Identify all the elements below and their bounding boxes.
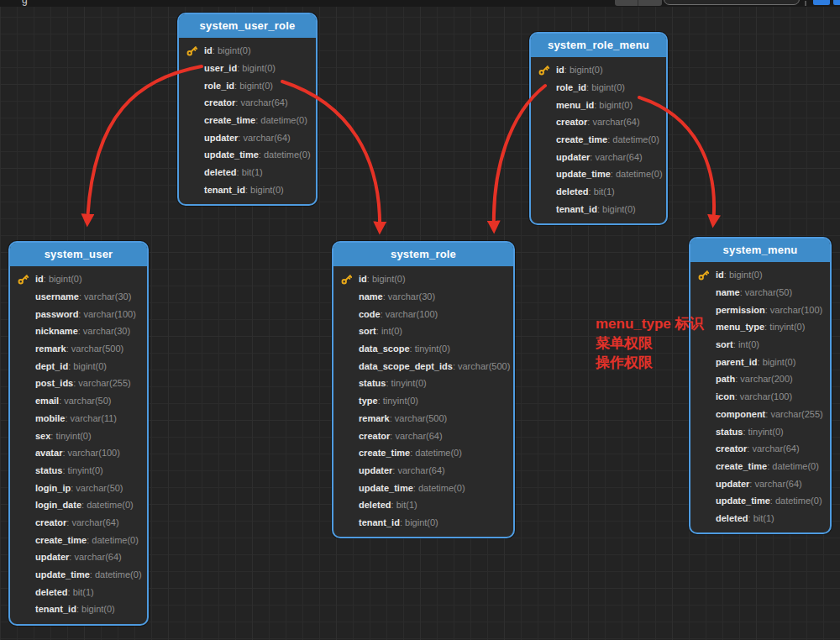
field-row-avatar[interactable]: avatar: varchar(100)	[10, 444, 147, 462]
table-system_role[interactable]: system_roleid: bigint(0)name: varchar(30…	[332, 241, 515, 538]
field-row-updater[interactable]: updater: varchar(64)	[531, 148, 666, 165]
field-name: mobile	[35, 413, 65, 423]
field-row-deleted[interactable]: deleted: bit(1)	[531, 183, 666, 201]
field-row-deleted[interactable]: deleted: bit(1)	[333, 496, 513, 514]
field-row-deleted[interactable]: deleted: bit(1)	[10, 583, 147, 601]
view-toggle-button[interactable]	[615, 0, 662, 6]
field-row-tenant_id[interactable]: tenant_id: bigint(0)	[179, 181, 316, 199]
field-row-create_time[interactable]: create_time: datetime(0)	[333, 444, 513, 462]
field-row-remark[interactable]: remark: varchar(500)	[333, 410, 513, 428]
field-name: tenant_id	[35, 604, 76, 614]
field-row-create_time[interactable]: create_time: datetime(0)	[10, 531, 147, 548]
table-system_menu[interactable]: system_menuid: bigint(0)name: varchar(50…	[689, 237, 832, 534]
field-row-deleted[interactable]: deleted: bit(1)	[690, 510, 830, 527]
search-input[interactable]	[664, 0, 800, 5]
field-row-id[interactable]: id: bigint(0)	[179, 42, 316, 60]
field-row-name[interactable]: name: varchar(50)	[690, 284, 830, 302]
table-header-system_role_menu[interactable]: system_role_menu	[531, 34, 666, 57]
annotation-menu-type[interactable]: menu_type 标识 菜单权限 操作权限	[596, 314, 703, 372]
diagram-canvas[interactable]: system_user_roleid: bigint(0)user_id: bi…	[0, 0, 840, 640]
secondary-action-button[interactable]	[833, 0, 840, 5]
field-row-password[interactable]: password: varchar(100)	[10, 305, 147, 323]
field-row-dept_id[interactable]: dept_id: bigint(0)	[10, 357, 147, 375]
field-row-login_ip[interactable]: login_ip: varchar(50)	[10, 479, 147, 496]
field-row-role_id[interactable]: role_id: bigint(0)	[531, 79, 666, 97]
field-type: : varchar(500)	[66, 344, 123, 354]
field-row-creator[interactable]: creator: varchar(64)	[333, 427, 513, 444]
field-row-nickname[interactable]: nickname: varchar(30)	[10, 323, 147, 340]
field-row-data_scope[interactable]: data_scope: tinyint(0)	[333, 340, 513, 358]
field-row-id[interactable]: id: bigint(0)	[690, 266, 830, 284]
field-type: : datetime(0)	[413, 483, 465, 493]
annotation-line: menu_type 标识	[596, 314, 703, 333]
field-row-status[interactable]: status: tinyint(0)	[690, 422, 830, 440]
field-name: create_time	[359, 448, 410, 458]
field-row-create_time[interactable]: create_time: datetime(0)	[531, 131, 666, 149]
field-type: : varchar(64)	[392, 465, 444, 475]
table-header-system_user[interactable]: system_user	[10, 243, 147, 266]
field-type: : datetime(0)	[770, 496, 822, 506]
field-row-tenant_id[interactable]: tenant_id: bigint(0)	[333, 514, 513, 532]
field-row-data_scope_dept_ids[interactable]: data_scope_dept_ids: varchar(500)	[333, 357, 513, 375]
field-row-status[interactable]: status: tinyint(0)	[333, 375, 513, 392]
field-row-update_time[interactable]: update_time: datetime(0)	[10, 566, 147, 584]
field-row-update_time[interactable]: update_time: datetime(0)	[179, 146, 316, 164]
field-row-deleted[interactable]: deleted: bit(1)	[179, 164, 316, 181]
field-row-id[interactable]: id: bigint(0)	[333, 270, 513, 288]
field-row-code[interactable]: code: varchar(100)	[333, 305, 513, 323]
field-row-sex[interactable]: sex: tinyint(0)	[10, 427, 147, 444]
field-type: : tinyint(0)	[410, 344, 450, 354]
field-row-icon[interactable]: icon: varchar(100)	[690, 388, 830, 406]
table-body: id: bigint(0)role_id: bigint(0)menu_id: …	[531, 57, 666, 223]
table-system_user_role[interactable]: system_user_roleid: bigint(0)user_id: bi…	[177, 13, 318, 206]
field-row-parent_id[interactable]: parent_id: bigint(0)	[690, 353, 830, 370]
field-row-post_ids[interactable]: post_ids: varchar(255)	[10, 375, 147, 392]
field-row-menu_type[interactable]: menu_type: tinyint(0)	[690, 318, 830, 336]
field-row-tenant_id[interactable]: tenant_id: bigint(0)	[10, 601, 147, 618]
field-type: : varchar(64)	[66, 517, 118, 527]
field-row-mobile[interactable]: mobile: varchar(11)	[10, 410, 147, 428]
field-row-type[interactable]: type: tinyint(0)	[333, 392, 513, 410]
field-type: : bigint(0)	[594, 100, 633, 110]
table-header-system_menu[interactable]: system_menu	[690, 239, 830, 262]
field-row-status[interactable]: status: tinyint(0)	[10, 462, 147, 480]
field-row-tenant_id[interactable]: tenant_id: bigint(0)	[531, 201, 666, 218]
field-row-name[interactable]: name: varchar(30)	[333, 288, 513, 306]
primary-action-button[interactable]	[813, 0, 830, 5]
field-row-username[interactable]: username: varchar(30)	[10, 288, 147, 306]
table-header-system_user_role[interactable]: system_user_role	[179, 14, 316, 38]
field-row-id[interactable]: id: bigint(0)	[531, 61, 666, 79]
field-row-update_time[interactable]: update_time: datetime(0)	[333, 479, 513, 496]
field-row-update_time[interactable]: update_time: datetime(0)	[531, 165, 666, 183]
field-row-remark[interactable]: remark: varchar(500)	[10, 340, 147, 358]
field-name: updater	[556, 152, 590, 162]
table-system_role_menu[interactable]: system_role_menuid: bigint(0)role_id: bi…	[529, 32, 668, 225]
primary-key-icon	[186, 45, 197, 56]
field-row-create_time[interactable]: create_time: datetime(0)	[179, 112, 316, 129]
field-row-id[interactable]: id: bigint(0)	[10, 270, 147, 288]
field-name: creator	[204, 97, 235, 108]
field-row-creator[interactable]: creator: varchar(64)	[179, 94, 316, 112]
field-type: : varchar(500)	[453, 361, 510, 371]
field-row-creator[interactable]: creator: varchar(64)	[690, 440, 830, 458]
field-row-updater[interactable]: updater: varchar(64)	[179, 129, 316, 146]
field-row-creator[interactable]: creator: varchar(64)	[531, 113, 666, 131]
field-row-permission[interactable]: permission: varchar(100)	[690, 301, 830, 318]
field-name: deleted	[204, 167, 237, 177]
field-row-create_time[interactable]: create_time: datetime(0)	[690, 458, 830, 475]
field-row-login_date[interactable]: login_date: datetime(0)	[10, 496, 147, 514]
field-type: : varchar(30)	[383, 291, 435, 302]
field-row-update_time[interactable]: update_time: datetime(0)	[690, 492, 830, 510]
field-row-email[interactable]: email: varchar(50)	[10, 392, 147, 410]
field-row-updater[interactable]: updater: varchar(64)	[333, 462, 513, 480]
field-name: status	[359, 378, 386, 388]
field-row-creator[interactable]: creator: varchar(64)	[10, 514, 147, 532]
field-row-path[interactable]: path: varchar(200)	[690, 370, 830, 388]
field-row-updater[interactable]: updater: varchar(64)	[10, 548, 147, 566]
field-row-sort[interactable]: sort: int(0)	[333, 323, 513, 340]
table-system_user[interactable]: system_userid: bigint(0)username: varcha…	[8, 241, 149, 626]
field-row-sort[interactable]: sort: int(0)	[690, 336, 830, 354]
field-row-updater[interactable]: updater: varchar(64)	[690, 475, 830, 492]
table-header-system_role[interactable]: system_role	[333, 243, 513, 266]
field-row-component[interactable]: component: varchar(255)	[690, 406, 830, 423]
